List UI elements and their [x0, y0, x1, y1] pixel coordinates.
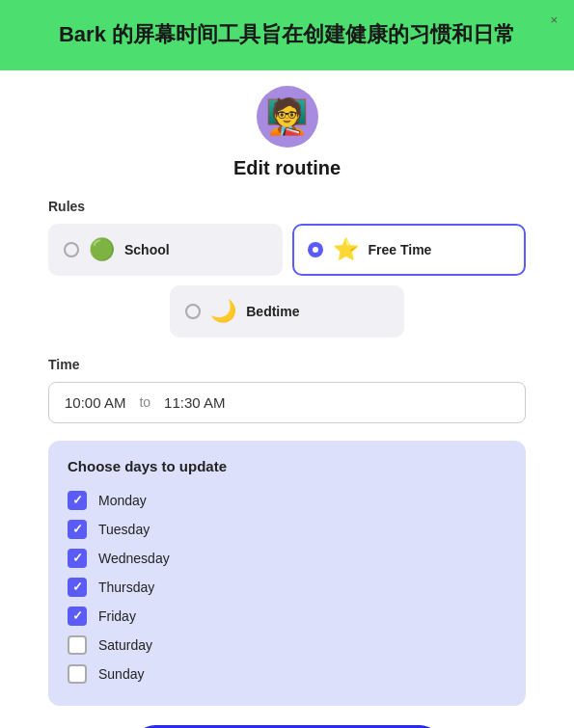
banner-text: Bark 的屏幕时间工具旨在创建健康的习惯和日常 — [26, 20, 548, 50]
checkbox-wednesday[interactable] — [68, 549, 87, 568]
rules-grid: 🟢 School ⭐ Free Time — [48, 224, 526, 276]
school-icon: 🟢 — [89, 237, 115, 262]
day-label-sunday: Sunday — [98, 666, 144, 682]
radio-school — [64, 242, 79, 257]
time-end[interactable]: 11:30 AM — [164, 394, 225, 411]
day-label-wednesday: Wednesday — [98, 551, 170, 566]
rule-bedtime[interactable]: 🌙 Bedtime — [170, 285, 404, 337]
checkbox-tuesday[interactable] — [68, 520, 87, 539]
day-label-thursday: Thursday — [98, 580, 154, 595]
checkbox-monday[interactable] — [68, 491, 87, 510]
day-wednesday[interactable]: Wednesday — [68, 544, 506, 573]
radio-freetime — [308, 242, 323, 257]
time-section: Time 10:00 AM to 11:30 AM — [48, 357, 526, 423]
rule-freetime[interactable]: ⭐ Free Time — [292, 224, 527, 276]
bedtime-icon: 🌙 — [210, 299, 236, 324]
day-sunday[interactable]: Sunday — [68, 660, 506, 688]
day-tuesday[interactable]: Tuesday — [68, 515, 506, 544]
avatar: 🧑‍🏫 — [257, 86, 318, 148]
day-label-tuesday: Tuesday — [98, 522, 150, 537]
time-separator: to — [139, 394, 150, 410]
checkbox-saturday[interactable] — [68, 635, 87, 655]
checkbox-sunday[interactable] — [68, 664, 87, 684]
time-row: 10:00 AM to 11:30 AM — [48, 382, 526, 423]
day-thursday[interactable]: Thursday — [68, 573, 506, 602]
bedtime-label: Bedtime — [246, 304, 299, 319]
days-section: Choose days to update Monday Tuesday Wed… — [48, 441, 526, 706]
checkbox-thursday[interactable] — [68, 578, 87, 597]
close-icon[interactable]: × — [550, 13, 558, 27]
main-content: 🧑‍🏫 Edit routine Rules 🟢 School ⭐ Free T… — [0, 70, 574, 728]
radio-bedtime — [185, 304, 201, 319]
time-start[interactable]: 10:00 AM — [65, 394, 125, 411]
day-label-saturday: Saturday — [98, 637, 152, 653]
day-friday[interactable]: Friday — [68, 602, 506, 631]
day-monday[interactable]: Monday — [68, 486, 506, 515]
day-label-monday: Monday — [98, 493, 147, 508]
checkbox-friday[interactable] — [68, 607, 87, 626]
day-label-friday: Friday — [98, 608, 136, 624]
freetime-label: Free Time — [369, 242, 432, 257]
rules-label: Rules — [48, 199, 85, 214]
day-saturday[interactable]: Saturday — [68, 631, 506, 660]
school-label: School — [124, 242, 170, 257]
freetime-icon: ⭐ — [333, 237, 359, 262]
days-title: Choose days to update — [68, 458, 506, 474]
rule-school[interactable]: 🟢 School — [48, 224, 283, 276]
page-title: Edit routine — [233, 157, 341, 179]
time-label: Time — [48, 357, 526, 372]
banner: Bark 的屏幕时间工具旨在创建健康的习惯和日常 × — [0, 0, 574, 70]
